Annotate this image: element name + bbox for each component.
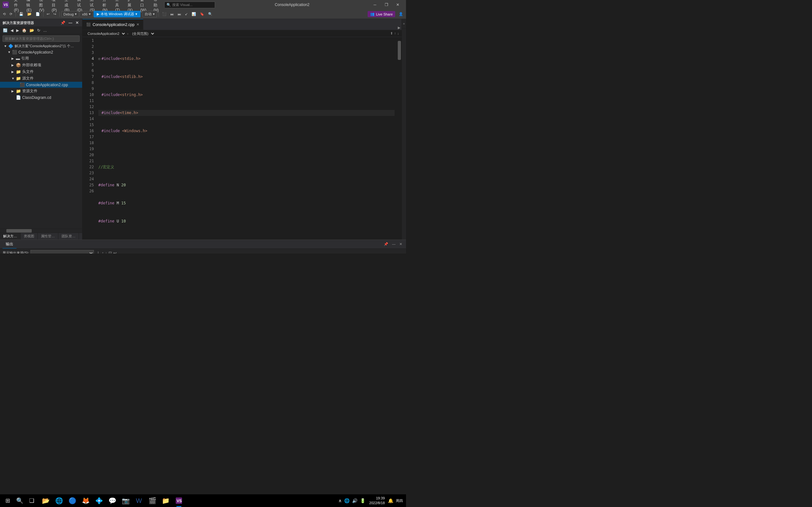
output-prev[interactable]: ↑ — [102, 250, 104, 253]
breadcrumb-scope-select[interactable]: (全局范围) — [130, 32, 155, 36]
sidebar-scrollbar-h[interactable] — [0, 229, 82, 233]
sidebar-sync[interactable]: 🔄 — [2, 28, 9, 33]
breadcrumb-project-select[interactable]: ConsoleApplication2 — [85, 32, 126, 36]
solution-explorer-title: 解决方案资源管理器 — [3, 20, 34, 25]
minimize-button[interactable]: ─ — [369, 0, 380, 9]
toolbar-save[interactable]: 💾 — [17, 11, 25, 17]
line-num-4: 4 — [83, 56, 94, 62]
run-arrow: ▾ — [136, 12, 137, 16]
sidebar-tab-team[interactable]: 团队资… — [58, 233, 79, 239]
scroll-top-icon[interactable]: ⬆ — [390, 32, 393, 36]
resources-label: 资源文件 — [22, 89, 38, 94]
tree-arrow-solution: ▼ — [4, 44, 8, 48]
sep1 — [15, 12, 16, 17]
output-panel-icons: 📌 — ✕ — [383, 241, 403, 247]
output-source-label: 显示输出来源(S): — [3, 250, 29, 253]
sidebar-close[interactable]: ✕ — [74, 20, 80, 25]
debug-config-dropdown[interactable]: Debug ▾ — [61, 11, 79, 17]
tree-headers[interactable]: ▶ 📁 头文件 — [0, 68, 82, 75]
expand-icon[interactable]: ≡ — [403, 22, 405, 25]
live-share-button[interactable]: 👥 Live Share — [368, 11, 395, 17]
close-button[interactable]: ✕ — [392, 0, 403, 9]
toolbar-perf[interactable]: 📊 — [190, 11, 198, 17]
tree-main-cpp[interactable]: ⬛ ConsoleApplication2.cpp — [0, 82, 82, 88]
code-line-6 — [98, 146, 395, 152]
toolbar-bookmark[interactable]: 🔖 — [198, 11, 206, 17]
code-line-10: #define U 10 — [98, 218, 395, 224]
tree-project[interactable]: ▼ ⬛ ConsoleApplication2 — [0, 49, 82, 55]
run-label: 本地 Windows 调试器 — [101, 12, 134, 16]
auto-dropdown[interactable]: 自动 ▾ — [142, 11, 157, 17]
editor-tab-main[interactable]: ⬛ ConsoleApplication2.cpp ✕ — [83, 19, 143, 30]
tab-scroll-right[interactable]: ▶ — [398, 26, 400, 30]
tree-solution[interactable]: ▼ 🔷 解决方案"ConsoleApplication2"(1 个… — [0, 43, 82, 49]
sidebar-pin[interactable]: 📌 — [60, 20, 66, 25]
toolbar-redo[interactable]: ↪ — [52, 11, 58, 17]
output-next[interactable]: ↓ — [105, 250, 107, 253]
sidebar-home[interactable]: 🏠 — [21, 28, 28, 33]
toolbar-undo[interactable]: ↩ — [45, 11, 51, 17]
toolbar-step2[interactable]: ⏭ — [176, 11, 183, 17]
line-num-3: 3 — [83, 50, 94, 56]
tree-sources[interactable]: ▼ 📁 源文件 — [0, 75, 82, 82]
sidebar-more[interactable]: … — [42, 28, 48, 33]
toolbar-open[interactable]: 📂 — [26, 11, 33, 17]
output-minimize[interactable]: — — [391, 241, 397, 247]
output-wrap[interactable]: ↩ — [113, 250, 117, 253]
code-editor[interactable]: ⊟#include<stdio.h> ⊟#include<stdlib.h> ⊟… — [96, 37, 397, 239]
tree-external-deps[interactable]: ▶ 📦 外部依赖项 — [0, 62, 82, 68]
sidebar-tab-properties[interactable]: 属性管… — [38, 233, 58, 239]
scroll-prev-icon[interactable]: ↑ — [394, 32, 396, 36]
platform-dropdown[interactable]: x86 ▾ — [80, 11, 93, 17]
title-search[interactable]: 🔍 搜索 Visual... — [164, 2, 215, 8]
sidebar-nav-back[interactable]: ◀ — [9, 28, 14, 33]
sidebar-tab-class[interactable]: 类视图 — [20, 233, 38, 239]
breadcrumb: ConsoleApplication2 › (全局范围) ⬆ ↑ ↓ — [83, 30, 402, 37]
output-source-select[interactable] — [31, 250, 94, 254]
line-num-5: 5 — [83, 62, 94, 68]
toolbar-breakpoint[interactable]: ⬛ — [160, 11, 168, 17]
line-num-24: 24 — [83, 176, 94, 182]
solution-explorer-header: 解决方案资源管理器 📌 — ✕ — [0, 19, 82, 27]
code-line-4: ⊟#include<time.h> — [98, 110, 395, 116]
toolbar-search2[interactable]: 🔍 — [206, 11, 214, 17]
tree-classdiagram[interactable]: 📄 ClassDiagram.cd — [0, 95, 82, 101]
code-line-3: ⊟#include<string.h> — [98, 92, 395, 98]
num-10: 10 — [121, 218, 125, 224]
toolbar-step[interactable]: ⏭ — [169, 11, 175, 17]
toolbar-step3[interactable]: ↙ — [183, 11, 189, 17]
include-path-1: <stdio.h> — [120, 56, 141, 62]
toolbar-account[interactable]: 👤 — [397, 11, 405, 17]
editor-scrollbar-v[interactable] — [397, 37, 402, 239]
output-scroll-end[interactable]: ⤓ — [96, 250, 100, 253]
tab-close-button[interactable]: ✕ — [136, 22, 139, 26]
tree-resources[interactable]: ▶ 📁 资源文件 — [0, 88, 82, 95]
sidebar-refresh[interactable]: ↻ — [36, 28, 41, 33]
restore-button[interactable]: ❐ — [380, 0, 392, 9]
run-button[interactable]: ▶ 本地 Windows 调试器 ▾ — [94, 11, 141, 17]
toolbar-back[interactable]: ⟲ — [1, 11, 7, 17]
sidebar-minimize[interactable]: — — [67, 20, 73, 25]
sources-label: 源文件 — [22, 76, 34, 81]
keyword-include-4: #include — [101, 110, 120, 116]
headers-label: 头文件 — [22, 69, 34, 74]
platform-label: x86 — [82, 12, 88, 16]
output-close[interactable]: ✕ — [398, 241, 403, 247]
line-num-2: 2 — [83, 44, 94, 50]
sidebar-tab-solution[interactable]: 解决方… — [0, 233, 20, 239]
output-tab[interactable]: 输出 — [3, 240, 16, 248]
vs-logo: VS — [3, 2, 9, 8]
toolbar-new[interactable]: 📄 — [34, 11, 42, 17]
toolbar-forward[interactable]: ⟳ — [8, 11, 14, 17]
sidebar-folder[interactable]: 📂 — [29, 28, 35, 33]
sidebar-search-input[interactable] — [3, 36, 80, 42]
line-num-7: 7 — [83, 74, 94, 80]
tree-references[interactable]: ▶ ▬ 引用 — [0, 55, 82, 62]
sidebar-nav-forward[interactable]: ▶ — [15, 28, 20, 33]
sep3 — [59, 12, 60, 17]
right-panel-top: ≡ — [402, 19, 406, 29]
scroll-next-icon[interactable]: ↓ — [397, 32, 399, 36]
output-clear[interactable]: ⊡ — [108, 250, 112, 253]
cpp-file-icon: ⬛ — [20, 82, 25, 87]
output-pin[interactable]: 📌 — [383, 241, 390, 247]
